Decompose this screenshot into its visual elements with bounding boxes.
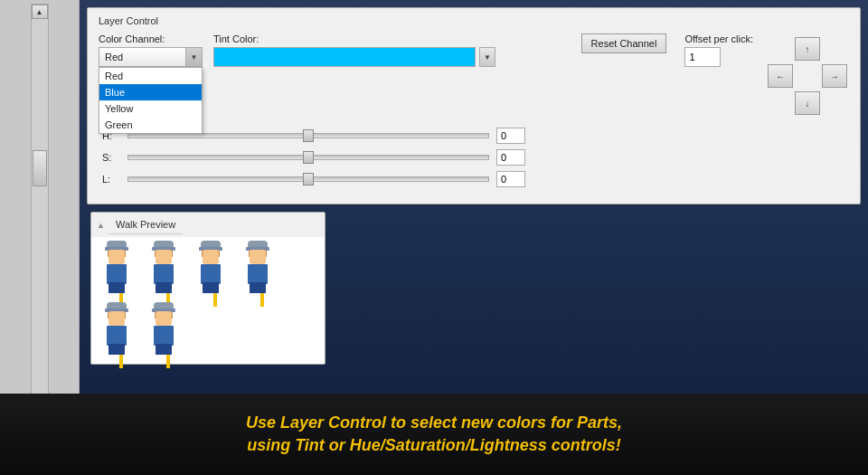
tint-color-box[interactable] bbox=[213, 47, 476, 67]
dropdown-item-red[interactable]: Red bbox=[99, 68, 202, 84]
sprite-body-3 bbox=[196, 241, 225, 291]
walk-preview-collapse-icon[interactable]: ▲ bbox=[97, 221, 105, 230]
l-value-input[interactable] bbox=[496, 171, 525, 187]
tint-color-group: Tint Color: ▼ bbox=[213, 33, 571, 67]
sprite-coat6 bbox=[154, 326, 174, 346]
color-channel-dropdown[interactable]: Red ▼ Red Blue Yellow Green bbox=[99, 47, 203, 67]
dropdown-value[interactable]: Red ▼ bbox=[99, 47, 203, 67]
arrow-down-button[interactable]: ↓ bbox=[795, 91, 820, 115]
main-container: ▲ ▼ ✦ ✦ ✦ ✦ ✦ STELLA C bbox=[0, 0, 868, 475]
sprite-legs2 bbox=[156, 282, 172, 293]
sprite-body-4 bbox=[243, 241, 272, 291]
sprite-head5 bbox=[108, 311, 125, 326]
s-slider-row: S: bbox=[102, 149, 849, 166]
layer-control-panel: Layer Control Color Channel: Red ▼ Red B… bbox=[87, 7, 861, 204]
sliders-area: H: S: L: bbox=[99, 128, 849, 187]
sprite-body-6 bbox=[149, 302, 178, 353]
sprite-legs6 bbox=[156, 344, 172, 355]
arrow-right-button[interactable]: → bbox=[822, 64, 847, 88]
arrow-buttons-container: ↑ ← → ↓ bbox=[768, 33, 849, 119]
sprite-1 bbox=[95, 241, 138, 299]
s-slider-thumb[interactable] bbox=[303, 151, 314, 164]
walk-preview-panel: ▲ Walk Preview bbox=[90, 212, 326, 365]
s-slider-track[interactable] bbox=[127, 155, 489, 160]
offset-label: Offset per click: bbox=[684, 33, 753, 44]
bottom-bar: Use Layer Control to select new colors f… bbox=[0, 394, 868, 475]
s-label: S: bbox=[102, 152, 120, 163]
sprite-legs3 bbox=[203, 282, 219, 293]
sprite-coat5 bbox=[107, 326, 127, 346]
sprite-2 bbox=[142, 241, 185, 299]
dropdown-arrow-icon: ▼ bbox=[185, 48, 202, 66]
scroll-track bbox=[32, 19, 48, 456]
dropdown-menu[interactable]: Red Blue Yellow Green bbox=[99, 67, 203, 134]
reset-channel-button[interactable]: Reset Channel bbox=[581, 33, 667, 53]
sprite-body-1 bbox=[102, 241, 131, 291]
bottom-text-line1: Use Layer Control to select new colors f… bbox=[246, 413, 622, 432]
sprite-coat3 bbox=[201, 264, 221, 284]
bottom-text-line2: using Tint or Hue/Saturation/Lightness c… bbox=[247, 436, 621, 455]
arrow-buttons: ↑ ← → ↓ bbox=[768, 37, 849, 119]
sprite-head6 bbox=[156, 311, 172, 326]
sprite-legs5 bbox=[108, 344, 125, 355]
scroll-thumb[interactable] bbox=[33, 150, 47, 186]
l-slider-thumb[interactable] bbox=[303, 173, 314, 185]
sprite-head3 bbox=[203, 250, 219, 264]
l-label: L: bbox=[102, 174, 120, 185]
dropdown-selected-text: Red bbox=[105, 52, 123, 62]
sprite-coat bbox=[107, 264, 127, 284]
reset-button-container: Reset Channel bbox=[581, 33, 667, 53]
offset-input[interactable] bbox=[684, 47, 721, 67]
s-value-input[interactable] bbox=[496, 149, 525, 166]
dropdown-item-blue[interactable]: Blue bbox=[99, 84, 202, 100]
walk-preview-title: Walk Preview bbox=[108, 215, 183, 234]
sprite-head2 bbox=[156, 250, 172, 264]
l-slider-row: L: bbox=[102, 171, 849, 187]
sprite-legs bbox=[108, 282, 125, 293]
sprite-head4 bbox=[250, 250, 266, 264]
sprite-4 bbox=[236, 241, 279, 299]
walk-preview-container: ▲ Walk Preview bbox=[87, 212, 861, 365]
walk-preview-header: ▲ Walk Preview bbox=[91, 213, 325, 237]
dropdown-item-green[interactable]: Green bbox=[99, 117, 202, 133]
controls-row: Color Channel: Red ▼ Red Blue Yellow Gre… bbox=[99, 33, 849, 119]
dropdown-item-yellow[interactable]: Yellow bbox=[99, 100, 202, 117]
tint-dropdown-arrow-icon[interactable]: ▼ bbox=[479, 47, 495, 67]
panel-title: Layer Control bbox=[99, 15, 849, 26]
h-slider-row: H: bbox=[102, 128, 849, 144]
h-value-input[interactable] bbox=[496, 128, 525, 144]
sprite-body-2 bbox=[149, 241, 178, 291]
sprite-3 bbox=[189, 241, 232, 299]
sprite-legs4 bbox=[250, 282, 266, 293]
sprite-coat4 bbox=[248, 264, 268, 284]
color-channel-group: Color Channel: Red ▼ Red Blue Yellow Gre… bbox=[99, 33, 203, 67]
scroll-up-btn[interactable]: ▲ bbox=[32, 5, 48, 19]
l-slider-track[interactable] bbox=[127, 176, 489, 182]
walk-preview-content bbox=[91, 237, 325, 364]
arrow-left-button[interactable]: ← bbox=[768, 64, 793, 88]
arrow-up-button[interactable]: ↑ bbox=[795, 37, 820, 61]
offset-group: Offset per click: bbox=[684, 33, 753, 67]
sprite-coat2 bbox=[154, 264, 174, 284]
sprite-head bbox=[108, 250, 125, 264]
color-channel-label: Color Channel: bbox=[99, 33, 203, 44]
tint-input-row: ▼ bbox=[213, 47, 571, 67]
sprite-6 bbox=[142, 302, 185, 360]
h-slider-thumb[interactable] bbox=[303, 129, 314, 142]
sprite-5 bbox=[95, 302, 138, 360]
tint-color-label: Tint Color: bbox=[213, 33, 571, 44]
sprite-body-5 bbox=[102, 302, 131, 353]
